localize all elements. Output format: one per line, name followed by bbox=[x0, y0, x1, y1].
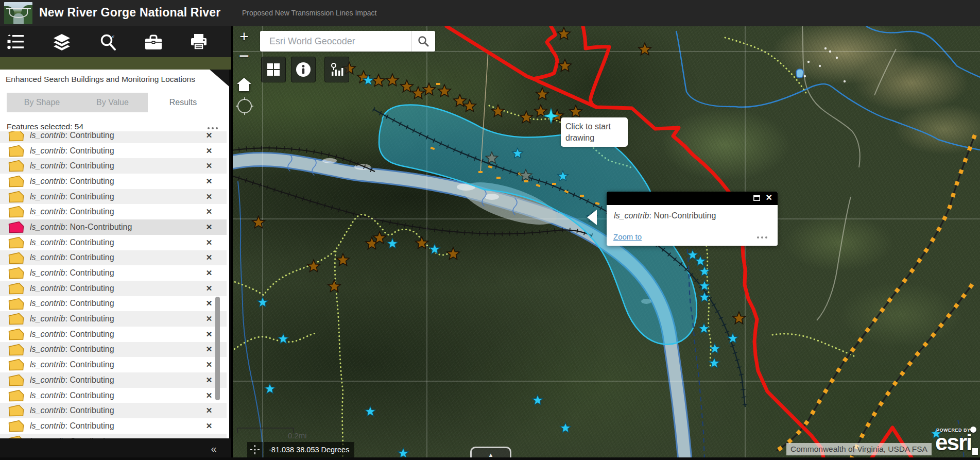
print-icon[interactable] bbox=[188, 32, 209, 52]
road-lines bbox=[802, 26, 896, 320]
feature-row[interactable]: ls_contrib: Contributing✕ bbox=[0, 434, 227, 438]
feature-row-label: ls_contrib: Contributing bbox=[30, 360, 114, 369]
collapse-panel-icon[interactable]: « bbox=[204, 441, 222, 456]
feature-row[interactable]: ls_contrib: Contributing✕ bbox=[0, 372, 227, 388]
feature-row[interactable]: ls_contrib: Contributing✕ bbox=[0, 265, 227, 281]
feature-row[interactable]: ls_contrib: Contributing✕ bbox=[0, 131, 227, 143]
feature-row-label: ls_contrib: Contributing bbox=[30, 207, 114, 216]
navy-dashed-boundary bbox=[686, 241, 964, 460]
search-submit-icon[interactable] bbox=[411, 31, 435, 52]
contributing-polygon-icon bbox=[8, 131, 24, 142]
contributing-polygon-icon bbox=[8, 145, 24, 157]
feature-row-label: ls_contrib: Contributing bbox=[30, 131, 114, 140]
contributing-polygon-icon bbox=[8, 359, 24, 371]
feature-row[interactable]: ls_contrib: Contributing✕ bbox=[0, 311, 227, 327]
tab-by-shape[interactable]: By Shape bbox=[7, 93, 77, 112]
remove-feature-icon[interactable]: ✕ bbox=[203, 250, 215, 266]
map-attribution: Commonwealth of Virginia, USDA FSA bbox=[786, 443, 932, 455]
remove-feature-icon[interactable]: ✕ bbox=[203, 342, 215, 357]
map-overlay-graphics bbox=[231, 26, 980, 460]
remove-feature-icon[interactable]: ✕ bbox=[203, 265, 215, 281]
remove-feature-icon[interactable]: ✕ bbox=[203, 357, 215, 372]
feature-row[interactable]: ls_contrib: Contributing✕ bbox=[0, 174, 227, 189]
feature-row[interactable]: ls_contrib: Contributing✕ bbox=[0, 158, 227, 174]
legend-icon[interactable] bbox=[5, 32, 26, 52]
feature-row-label: ls_contrib: Contributing bbox=[30, 238, 114, 247]
remove-feature-icon[interactable]: ✕ bbox=[203, 311, 215, 327]
popup-anchor-arrow bbox=[587, 210, 597, 225]
remove-feature-icon[interactable]: ✕ bbox=[203, 174, 215, 189]
remove-feature-icon[interactable]: ✕ bbox=[203, 418, 215, 434]
feature-row-label: ls_contrib: Contributing bbox=[30, 421, 114, 431]
app-subtitle: Proposed New Transmission Lines Impact bbox=[242, 9, 376, 17]
popup-attribute-text: ls_contrib: Non-Contributing bbox=[614, 211, 716, 220]
remove-feature-icon[interactable]: ✕ bbox=[203, 143, 215, 159]
remove-feature-icon[interactable]: ✕ bbox=[203, 403, 215, 418]
search-input[interactable] bbox=[268, 36, 411, 47]
feature-row[interactable]: ls_contrib: Contributing✕ bbox=[0, 342, 227, 357]
enhanced-search-panel: Enhanced Search Buildings and Monitoring… bbox=[0, 70, 231, 438]
remove-feature-icon[interactable]: ✕ bbox=[203, 158, 215, 174]
list-scrollbar[interactable] bbox=[215, 297, 220, 400]
remove-feature-icon[interactable]: ✕ bbox=[203, 219, 215, 235]
close-icon[interactable]: ✕ bbox=[766, 193, 772, 202]
remove-feature-icon[interactable]: ✕ bbox=[203, 372, 215, 388]
feature-row[interactable]: ls_contrib: Contributing✕ bbox=[0, 388, 227, 403]
layers-icon[interactable] bbox=[51, 32, 72, 52]
maximize-icon[interactable] bbox=[753, 195, 760, 201]
trail-dotted-lines bbox=[231, 38, 856, 460]
feature-row[interactable]: ls_contrib: Non-Contributing✕ bbox=[0, 219, 227, 235]
remove-feature-icon[interactable]: ✕ bbox=[203, 281, 215, 296]
search-icon[interactable]: e bbox=[98, 32, 118, 52]
popup-ellipsis-icon[interactable] bbox=[757, 236, 767, 238]
toolbox-icon[interactable] bbox=[143, 32, 164, 52]
remove-feature-icon[interactable]: ✕ bbox=[203, 235, 215, 250]
remove-feature-icon[interactable]: ✕ bbox=[203, 131, 215, 143]
feature-row[interactable]: ls_contrib: Contributing✕ bbox=[0, 250, 227, 266]
chart-icon[interactable] bbox=[324, 57, 349, 82]
zoom-out-button[interactable]: − bbox=[236, 47, 252, 64]
contributing-polygon-icon bbox=[8, 282, 24, 295]
remove-feature-icon[interactable]: ✕ bbox=[203, 388, 215, 403]
coordinate-readout: -81.038 38.053 Degrees bbox=[264, 442, 354, 457]
feature-row[interactable]: ls_contrib: Contributing✕ bbox=[0, 296, 227, 312]
zoom-in-button[interactable]: + bbox=[236, 28, 252, 45]
contributing-polygon-icon bbox=[8, 420, 24, 432]
remove-feature-icon[interactable]: ✕ bbox=[203, 296, 215, 312]
contributing-polygon-icon bbox=[8, 252, 24, 264]
contributing-polygon-icon bbox=[8, 160, 24, 172]
basemap-gallery-icon[interactable] bbox=[261, 57, 286, 82]
zoom-to-link[interactable]: Zoom to bbox=[613, 232, 642, 241]
feature-results-list: ls_contrib: Contributing✕ls_contrib: Con… bbox=[0, 131, 227, 438]
feature-row[interactable]: ls_contrib: Contributing✕ bbox=[0, 204, 227, 219]
feature-row-label: ls_contrib: Contributing bbox=[30, 161, 114, 171]
remove-feature-icon[interactable]: ✕ bbox=[203, 189, 215, 205]
feature-row[interactable]: ls_contrib: Contributing✕ bbox=[0, 189, 227, 205]
home-icon[interactable] bbox=[235, 75, 253, 94]
crosshair-icon[interactable] bbox=[247, 442, 263, 457]
feature-row[interactable]: ls_contrib: Contributing✕ bbox=[0, 403, 227, 418]
feature-row[interactable]: ls_contrib: Contributing✕ bbox=[0, 235, 227, 250]
remove-feature-icon[interactable]: ✕ bbox=[203, 204, 215, 219]
feature-row[interactable]: ls_contrib: Contributing✕ bbox=[0, 143, 227, 159]
feature-row[interactable]: ls_contrib: Contributing✕ bbox=[0, 281, 227, 296]
esri-logo: POWERED BY esri bbox=[933, 425, 980, 457]
feature-row-label: ls_contrib: Contributing bbox=[30, 345, 114, 354]
contributing-polygon-icon bbox=[8, 389, 24, 402]
scale-label: 0.2mi bbox=[288, 431, 307, 440]
contributing-polygon-icon bbox=[8, 267, 24, 279]
geocoder-search-box bbox=[260, 31, 435, 52]
feature-row[interactable]: ls_contrib: Contributing✕ bbox=[0, 418, 227, 434]
remove-feature-icon[interactable]: ✕ bbox=[203, 434, 215, 438]
feature-row[interactable]: ls_contrib: Contributing✕ bbox=[0, 327, 227, 342]
feature-row[interactable]: ls_contrib: Contributing✕ bbox=[0, 357, 227, 372]
app-header: New River Gorge National River Proposed … bbox=[0, 0, 980, 26]
ellipsis-menu-icon[interactable] bbox=[208, 127, 218, 129]
map-canvas[interactable]: + − bbox=[231, 26, 980, 460]
compass-reset-icon[interactable] bbox=[235, 97, 254, 115]
remove-feature-icon[interactable]: ✕ bbox=[203, 327, 215, 342]
tab-by-value[interactable]: By Value bbox=[77, 93, 148, 112]
info-icon[interactable] bbox=[291, 57, 316, 82]
panel-bottom-bar: « bbox=[0, 438, 231, 460]
tab-results[interactable]: Results bbox=[148, 93, 218, 112]
